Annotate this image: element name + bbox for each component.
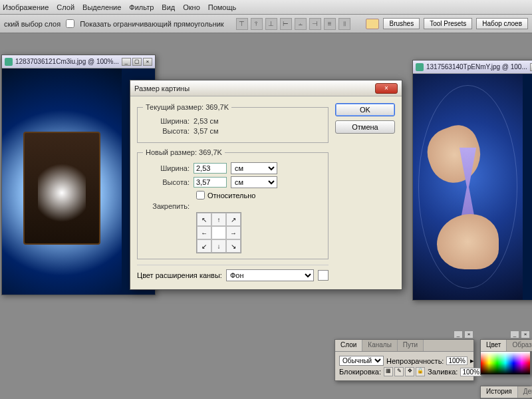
anchor-s[interactable]: ↓ [211,239,226,253]
height-label: Высота: [143,127,190,135]
options-toolbar: ский выбор слоя Показать ограничивающий … [0,15,532,33]
anchor-nw[interactable]: ↖ [197,213,211,226]
fill-field[interactable]: 100% [460,368,481,376]
distribute-icon[interactable]: ≡ [324,18,336,30]
dialog-title: Размер картины [134,84,375,92]
extension-color-select[interactable]: Фон [226,269,314,281]
brushes-button[interactable]: Brushes [383,18,420,29]
layers-panel: _× Слои Каналы Пути Обычный Непрозрачнос… [334,339,474,381]
menubar: Изображение Слой Выделение Фильтр Вид Ок… [0,0,532,15]
show-bbox-checkbox[interactable] [66,19,74,28]
height-unit-select[interactable]: см [231,176,277,188]
anchor-w[interactable]: ← [197,226,211,239]
tab-history[interactable]: История [481,386,518,398]
anchor-grid[interactable]: ↖↑↗ ←→ ↙↓↘ [196,212,241,253]
extension-color-swatch[interactable] [318,270,329,281]
dialog-titlebar[interactable]: Размер картины × [130,80,402,96]
document-title: 12837036121Cm3iu.jpg @ 100%... [15,58,119,65]
anchor-ne[interactable]: ↗ [226,213,241,226]
show-bbox-label: Показать ограничивающий прямоугольник [80,20,224,28]
lock-label: Блокировка: [339,368,381,376]
cancel-button[interactable]: Отмена [335,120,395,134]
width-unit-select[interactable]: см [231,162,277,174]
height-input[interactable] [194,177,227,188]
document-canvas[interactable] [2,68,122,295]
new-size-group: Новый размер: 369,7K Ширина: см Высота: … [137,148,329,259]
align-icon[interactable]: ⊣ [309,18,321,30]
lock-transparency-icon[interactable]: ▦ [384,367,393,376]
current-height: 3,57 см [194,127,219,135]
tab-swatches[interactable]: Образцы [507,340,532,351]
folder-icon[interactable] [366,19,379,29]
align-icon[interactable]: ⫠ [295,18,307,30]
tab-channels[interactable]: Каналы [362,340,398,351]
menu-layer[interactable]: Слой [57,3,74,11]
document-window-right: 1317563140TpENmY.jpg @ 100... _ ▢ × [412,60,532,301]
image-hands [424,119,512,277]
canvas-size-dialog: Размер картины × Текущий размер: 369,7K … [130,80,402,290]
maximize-icon[interactable]: ▢ [132,58,142,66]
auto-select-label: ский выбор слоя [4,20,61,28]
anchor-sw[interactable]: ↙ [197,239,211,253]
tool-presets-button[interactable]: Tool Presets [424,18,472,29]
minimize-icon[interactable]: _ [510,331,519,338]
tab-actions[interactable]: Дейст [518,386,532,398]
relative-label: Относительно [207,192,255,200]
history-panel: История Дейст [480,386,531,399]
minimize-icon[interactable]: _ [122,58,131,66]
anchor-n[interactable]: ↑ [211,213,226,226]
document-title: 1317563140TpENmY.jpg @ 100... [426,63,527,70]
tab-layers[interactable]: Слои [335,340,362,351]
opacity-label: Непрозрачность: [386,357,444,365]
menu-filter[interactable]: Фильтр [129,3,154,11]
document-canvas[interactable] [413,74,523,300]
align-icon[interactable]: ⫯ [251,18,263,30]
fill-label: Заливка: [428,368,458,376]
lock-pixels-icon[interactable]: ✎ [394,367,404,376]
close-icon[interactable]: × [521,331,530,338]
document-icon [416,63,424,71]
height-label: Высота: [143,178,190,186]
align-icon[interactable]: ⊢ [280,18,292,30]
anchor-e[interactable]: → [226,226,241,239]
minimize-icon[interactable]: _ [454,331,463,338]
lock-all-icon[interactable]: 🔒 [416,367,425,376]
menu-help[interactable]: Помощь [208,3,237,11]
anchor-center[interactable] [211,226,226,239]
distribute-icon[interactable]: ⦀ [338,18,350,30]
color-ramp[interactable] [481,352,530,374]
current-width: 2,53 см [194,117,219,125]
blend-mode-select[interactable]: Обычный [339,356,384,366]
tab-color[interactable]: Цвет [481,340,507,351]
document-titlebar[interactable]: 12837036121Cm3iu.jpg @ 100%... _ ▢ × [2,55,155,68]
opacity-field[interactable]: 100% [446,356,467,365]
layer-sets-button[interactable]: Набор слоев [476,18,528,29]
close-icon[interactable]: × [464,331,473,338]
document-titlebar[interactable]: 1317563140TpENmY.jpg @ 100... _ ▢ × [413,61,532,74]
width-input[interactable] [194,163,227,174]
width-label: Ширина: [143,117,190,125]
align-icon[interactable]: ⊥ [265,18,277,30]
close-icon[interactable]: × [143,58,152,66]
menu-view[interactable]: Вид [162,3,175,11]
width-label: Ширина: [143,164,190,172]
close-icon[interactable]: × [375,83,398,94]
extension-color-label: Цвет расширения канвы: [137,271,222,279]
document-icon [5,58,13,66]
menu-window[interactable]: Окно [183,3,200,11]
relative-checkbox[interactable] [196,191,205,200]
tab-paths[interactable]: Пути [398,340,424,351]
anchor-se[interactable]: ↘ [226,239,241,253]
current-size-group: Текущий размер: 369,7K Ширина:2,53 см Вы… [137,103,329,143]
align-icons: ⊤ ⫯ ⊥ ⊢ ⫠ ⊣ ≡ ⦀ [236,18,350,30]
align-icon[interactable]: ⊤ [236,18,248,30]
lock-position-icon[interactable]: ✥ [405,367,414,376]
ok-button[interactable]: OK [335,103,395,116]
menu-image[interactable]: Изображение [3,3,49,11]
image-glow [38,159,86,227]
menu-select[interactable]: Выделение [82,3,121,11]
color-panel: _× Цвет Образцы [480,339,531,375]
anchor-label: Закрепить: [143,202,190,210]
